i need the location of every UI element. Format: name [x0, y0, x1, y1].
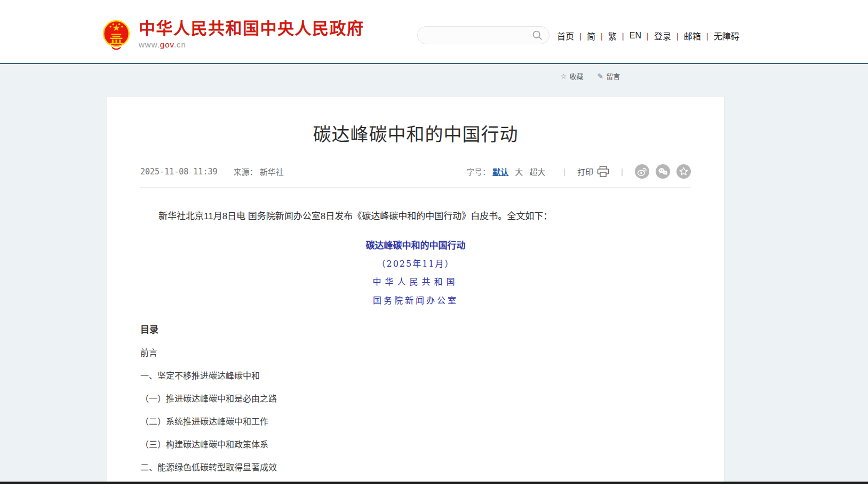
- toc-item-1-2: （二）系统推进碳达峰碳中和工作: [140, 416, 691, 427]
- weibo-share-icon[interactable]: [635, 164, 649, 179]
- toc-heading: 目录: [140, 322, 691, 335]
- printer-icon: [597, 166, 609, 177]
- toc-item-1-3: （三）构建碳达峰碳中和政策体系: [140, 439, 691, 450]
- article-card: 碳达峰碳中和的中国行动 2025-11-08 11:39 来源： 新华社 字号：…: [107, 96, 724, 488]
- header-divider: [0, 63, 868, 64]
- meta-separator: |: [621, 167, 623, 176]
- comment-button[interactable]: ✎ 留言: [598, 71, 620, 81]
- wechat-share-icon[interactable]: [656, 164, 670, 179]
- document-issuer-office: 国务院新闻办公室: [140, 293, 691, 306]
- nav-accessibility[interactable]: 无障碍: [714, 29, 739, 42]
- document-issuer-country: 中华人民共和国: [140, 275, 691, 287]
- site-url-suffix: .cn: [174, 40, 186, 49]
- nav-traditional[interactable]: 繁: [608, 29, 617, 42]
- quick-links: ☆ 收藏 ✎ 留言: [560, 71, 620, 81]
- meta-left: 2025-11-08 11:39 来源： 新华社: [140, 166, 284, 177]
- site-logo[interactable]: 中华人民共和国中央人民政府 www.gov.cn: [101, 19, 364, 50]
- source: 来源： 新华社: [234, 166, 284, 177]
- publish-datetime: 2025-11-08 11:39: [140, 167, 218, 177]
- nav-english[interactable]: EN: [630, 31, 641, 41]
- site-url-domain: gov: [160, 40, 174, 49]
- toc-item-1-1: （一）推进碳达峰碳中和是必由之路: [140, 393, 691, 404]
- fontsize-large-button[interactable]: 大: [515, 166, 523, 177]
- fontsize-xlarge-button[interactable]: 超大: [529, 166, 545, 177]
- site-url: www.gov.cn: [139, 40, 364, 49]
- toc-item-2: 二、能源绿色低碳转型取得显著成效: [140, 462, 691, 473]
- search-icon[interactable]: [532, 30, 543, 41]
- comment-label: 留言: [606, 71, 620, 81]
- source-label: 来源：: [234, 167, 258, 177]
- document-date: （2025年11月）: [140, 257, 691, 269]
- page-title: 碳达峰碳中和的中国行动: [140, 120, 691, 146]
- print-button[interactable]: 打印: [577, 166, 609, 177]
- toc-item-preface: 前言: [140, 347, 691, 358]
- source-value[interactable]: 新华社: [260, 167, 284, 177]
- document-title: 碳达峰碳中和的中国行动: [140, 238, 691, 251]
- favorite-label: 收藏: [570, 71, 584, 81]
- nav-separator: |: [706, 31, 708, 41]
- fontsize-label: 字号：: [466, 166, 490, 177]
- search-box[interactable]: [417, 26, 550, 44]
- star-icon: ☆: [560, 72, 567, 81]
- toc-item-1: 一、坚定不移推进碳达峰碳中和: [140, 370, 691, 381]
- meta-right: 字号： 默认 大 超大 | 打印 |: [466, 164, 691, 179]
- fontsize-default-button[interactable]: 默认: [492, 166, 508, 177]
- nav-simplified[interactable]: 简: [587, 29, 595, 42]
- nav-separator: |: [647, 31, 649, 41]
- site-header: 中华人民共和国中央人民政府 www.gov.cn 首页 | 简 | 繁 | EN…: [0, 0, 868, 63]
- top-nav: 首页 | 简 | 繁 | EN | 登录 | 邮箱 | 无障碍: [557, 29, 739, 42]
- favorite-button[interactable]: ☆ 收藏: [560, 71, 584, 81]
- nav-separator: |: [579, 31, 582, 41]
- pencil-icon: ✎: [598, 72, 604, 81]
- nav-home[interactable]: 首页: [557, 29, 574, 42]
- national-emblem-icon: [101, 19, 131, 50]
- article-meta-row: 2025-11-08 11:39 来源： 新华社 字号： 默认 大 超大 | 打…: [140, 164, 691, 188]
- lead-paragraph: 新华社北京11月8日电 国务院新闻办公室8日发布《碳达峰碳中和的中国行动》白皮书…: [140, 209, 691, 224]
- window-bottom-margin: [0, 484, 868, 488]
- nav-separator: |: [676, 31, 679, 41]
- print-label: 打印: [577, 166, 593, 177]
- site-url-prefix: www.: [139, 40, 160, 49]
- nav-login[interactable]: 登录: [654, 29, 671, 42]
- nav-mail[interactable]: 邮箱: [684, 29, 701, 42]
- site-title: 中华人民共和国中央人民政府: [139, 19, 364, 38]
- share-icons: [635, 164, 691, 179]
- search-input[interactable]: [424, 31, 532, 39]
- nav-separator: |: [622, 31, 624, 41]
- share-more-star-icon[interactable]: [676, 164, 691, 179]
- nav-separator: |: [601, 31, 603, 41]
- meta-separator: |: [563, 167, 566, 176]
